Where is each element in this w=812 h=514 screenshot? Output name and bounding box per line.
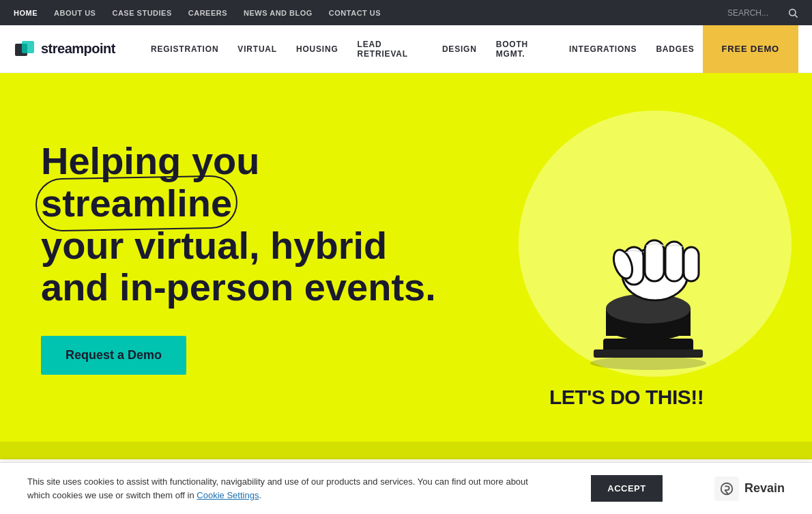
top-nav-about[interactable]: ABOUT US	[54, 9, 96, 17]
search-input[interactable]	[727, 8, 782, 18]
svg-line-1	[795, 15, 798, 18]
svg-text:LET'S DO THIS!!: LET'S DO THIS!!	[549, 386, 704, 408]
logo-icon	[14, 38, 35, 60]
top-navbar: HOME ABOUT US CASE STUDIES CAREERS NEWS …	[0, 0, 812, 25]
top-nav-home[interactable]: HOME	[14, 9, 38, 17]
hero-content: Helping you streamline your virtual, hyb…	[41, 140, 437, 374]
free-demo-button[interactable]: FREE DEMO	[703, 25, 798, 73]
search-icon	[787, 8, 798, 18]
logo[interactable]: streampoint	[14, 38, 115, 60]
hero-title-rest: your virtual, hybridand in-person events…	[41, 224, 436, 309]
main-nav-links: REGISTRATION VIRTUAL HOUSING LEAD RETRIE…	[143, 34, 703, 64]
logo-text: streampoint	[41, 41, 115, 57]
svg-rect-15	[684, 247, 699, 281]
svg-point-7	[590, 356, 706, 370]
svg-rect-3	[22, 41, 34, 53]
top-nav-links: HOME ABOUT US CASE STUDIES CAREERS NEWS …	[14, 9, 381, 17]
request-demo-button[interactable]: Request a Demo	[41, 336, 186, 375]
hero-title: Helping you streamline your virtual, hyb…	[41, 140, 437, 308]
nav-virtual[interactable]: VIRTUAL	[229, 39, 285, 59]
nav-lead-retrieval[interactable]: LEAD RETRIEVAL	[349, 34, 431, 64]
hero-illustration: LET'S DO THIS!!	[484, 80, 812, 435]
top-nav-news[interactable]: NEWS AND BLOG	[244, 9, 313, 17]
nav-registration[interactable]: REGISTRATION	[143, 39, 227, 59]
top-nav-contact[interactable]: CONTACT US	[329, 9, 381, 17]
bottom-strip	[0, 442, 812, 459]
svg-rect-14	[665, 242, 683, 281]
hero-svg: LET'S DO THIS!!	[484, 80, 812, 435]
nav-integrations[interactable]: INTEGRATIONS	[561, 39, 645, 59]
hero-title-highlight: streamline	[41, 182, 232, 225]
search-bar	[727, 8, 798, 18]
nav-housing[interactable]: HOUSING	[288, 39, 347, 59]
top-nav-case-studies[interactable]: CASE STUDIES	[112, 9, 171, 17]
nav-design[interactable]: DESIGN	[434, 39, 485, 59]
nav-booth-mgmt[interactable]: BOOTH MGMT.	[488, 34, 558, 64]
svg-point-0	[789, 9, 796, 15]
hero-section: Helping you streamline your virtual, hyb…	[0, 73, 812, 442]
svg-rect-13	[645, 240, 664, 281]
nav-badges[interactable]: BADGES	[648, 39, 702, 59]
top-nav-careers[interactable]: CAREERS	[188, 9, 227, 17]
main-navbar: streampoint REGISTRATION VIRTUAL HOUSING…	[0, 25, 812, 73]
